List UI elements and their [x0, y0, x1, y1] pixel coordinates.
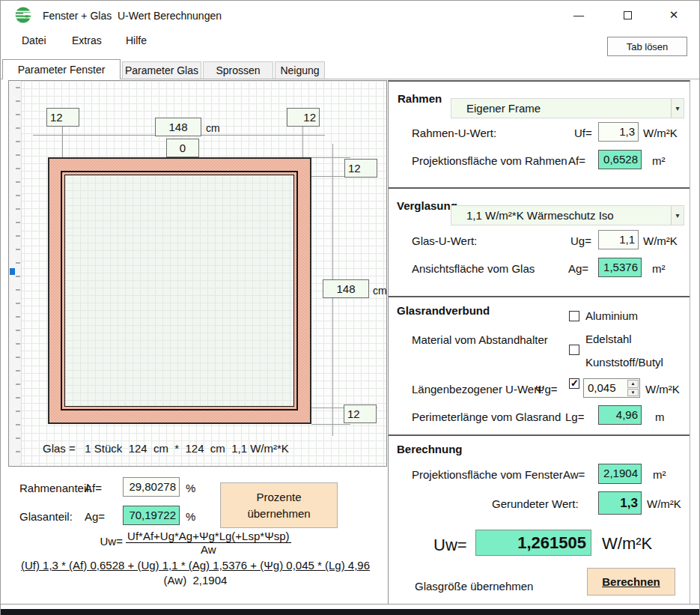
chevron-down-icon[interactable]: ▾: [671, 206, 684, 225]
glazing-preset-value: 1,1 W/m²*K Wärmeschutz Iso: [466, 209, 614, 222]
glass-area-value: 1,5376: [598, 258, 642, 277]
glass-share-label: Glasanteil:: [19, 510, 73, 523]
apply-percent-label-1: Prozente: [256, 491, 301, 503]
section-rahmen-title: Rahmen: [398, 92, 442, 105]
glass-u-label: Glas-U-Wert:: [412, 234, 477, 247]
tab-label: Parameter Glas: [125, 64, 198, 76]
section-berechnung-title: Berechnung: [397, 443, 463, 455]
app-window: Fenster + Glas U-Wert Berechnungen — ✕ D…: [0, 0, 700, 615]
screen-edge: [1, 609, 700, 615]
tab-sprossen[interactable]: Sprossen: [203, 61, 273, 79]
apply-percent-button[interactable]: Prozente übernehmen: [220, 482, 338, 528]
perimeter-label: Perimeterlänge vom Glasrand: [412, 410, 561, 423]
frame-area-unit: m²: [652, 154, 666, 167]
window-width-input[interactable]: 148: [155, 118, 201, 136]
parameters-panel: Rahmen Eigener Frame ▾ Rahmen-U-Wert: Uf…: [388, 80, 690, 605]
window-height-input[interactable]: 148: [323, 279, 369, 298]
frame-top-width-input[interactable]: 12: [344, 159, 377, 178]
perimeter-value: 4,96: [598, 405, 642, 425]
glass-u-unit: W/m²K: [643, 234, 678, 247]
tab-parameter-fenster[interactable]: Parameter Fenster: [2, 59, 121, 79]
psi-label: Längenbezogener U-Wert:: [412, 383, 544, 396]
frame-area-symbol: Af=: [568, 154, 585, 167]
frame-u-symbol: Uf=: [574, 127, 592, 139]
formula-substituted-numerator: (Uf) 1,3 * (Af) 0,6528 + (Ug) 1,1 * (Ag)…: [21, 559, 370, 572]
close-icon: ✕: [669, 8, 679, 22]
menu-hilfe[interactable]: Hilfe: [126, 34, 147, 46]
uw-value: 1,261505: [475, 530, 591, 556]
minimize-button[interactable]: —: [566, 5, 591, 25]
glass-area-label: Ansichtsfläche vom Glas: [412, 262, 535, 275]
menu-extras[interactable]: Extras: [72, 34, 102, 46]
frame-right-width-input[interactable]: 12: [287, 108, 320, 127]
menu-datei[interactable]: Datei: [22, 34, 46, 46]
glass-share-unit: %: [186, 510, 195, 523]
frame-area-value: 0,6528: [598, 150, 642, 169]
glass-drawing: [64, 175, 294, 407]
chevron-down-icon[interactable]: ▾: [671, 99, 684, 118]
tab-detach-label: Tab lösen: [627, 41, 669, 52]
tab-label: Neigung: [280, 64, 319, 76]
app-logo-icon: [14, 6, 32, 24]
ruler-marker-handle[interactable]: [10, 268, 15, 275]
height-unit-label: cm: [373, 285, 387, 297]
spacer-edelstahl-checkbox[interactable]: [569, 345, 579, 355]
glazing-preset-combobox[interactable]: 1,1 W/m²*K Wärmeschutz Iso ▾: [451, 205, 684, 225]
window-area-label: Projektionsfläche vom Fenster: [412, 468, 563, 481]
frame-share-label: Rahmenanteil:: [19, 482, 92, 494]
tab-parameter-glas[interactable]: Parameter Glas: [122, 61, 201, 79]
uw-unit: W/m²K: [602, 534, 652, 554]
frame-bottom-width-input[interactable]: 12: [344, 405, 377, 423]
spacer-material-label: Material vom Abstandhalter: [412, 333, 548, 346]
formula-substituted-denominator: (Aw) 2,1904: [164, 574, 228, 587]
frame-u-unit: W/m²K: [643, 127, 678, 139]
width-unit-label: cm: [206, 122, 220, 134]
window-area-unit: m²: [653, 468, 666, 481]
glass-info-text: Glas = 1 Stück 124 cm * 124 cm 1,1 W/m²*…: [43, 442, 289, 455]
calculate-button[interactable]: Berechnen: [587, 568, 675, 596]
maximize-icon: [624, 11, 632, 19]
uw-symbol: Uw=: [433, 536, 467, 555]
rounded-label: Gerundeter Wert:: [492, 497, 579, 510]
frame-left-width-input[interactable]: 12: [46, 108, 79, 127]
offset-input[interactable]: 0: [166, 139, 199, 157]
psi-value: 0,045: [588, 381, 616, 394]
apply-glass-size-label: Glasgröße übernehmen: [415, 580, 533, 593]
frame-u-input[interactable]: 1,3: [598, 122, 639, 142]
stepper-up-icon[interactable]: ▲: [627, 380, 639, 388]
spacer-edelstahl-label: Edelstahl: [585, 333, 632, 345]
formula-uw-symbol: Uw=: [100, 535, 122, 548]
section-divider: [389, 434, 690, 436]
section-glasrand-title: Glasrandverbund: [397, 304, 490, 317]
section-verglasung-title: Verglasung: [397, 199, 457, 212]
tab-label: Sprossen: [216, 64, 260, 76]
rounded-unit: W/m²K: [647, 497, 681, 510]
frame-area-label: Projektionsfläche vom Rahmen: [412, 154, 567, 167]
frame-preset-combobox[interactable]: Eigener Frame ▾: [451, 98, 684, 118]
frame-share-unit: %: [186, 482, 195, 494]
psi-symbol: Ψg=: [535, 383, 558, 396]
dim-line: [62, 127, 63, 157]
spacer-kunststoff-label: Kunststoff/Butyl: [585, 356, 663, 369]
calculate-button-label: Berechnen: [602, 575, 660, 588]
glass-u-input[interactable]: 1,1: [598, 230, 639, 249]
dim-line: [311, 424, 350, 425]
minimize-icon: —: [573, 9, 584, 21]
spacer-kunststoff-checkbox[interactable]: [569, 378, 579, 389]
glass-area-symbol: Ag=: [568, 262, 588, 275]
maximize-button[interactable]: [615, 5, 640, 25]
ruler-ticks: [16, 87, 20, 460]
window-area-symbol: Aw=: [563, 468, 585, 481]
tab-neigung[interactable]: Neigung: [275, 61, 325, 79]
spacer-aluminium-checkbox[interactable]: [569, 311, 579, 321]
frame-preset-value: Eigener Frame: [466, 102, 541, 115]
psi-stepper[interactable]: 0,045 ▲ ▼: [583, 378, 640, 398]
uw-formula: Uw= Uf*Af+Ug*Ag+Ψg*Lg(+Lsp*Ψsp) Aw (Uf) …: [8, 530, 383, 587]
formula-denominator: Aw: [201, 543, 216, 556]
stepper-down-icon[interactable]: ▼: [627, 389, 639, 397]
frame-share-input[interactable]: 29,80278: [123, 477, 180, 497]
window-bottom-border: [1, 604, 700, 605]
tab-detach-button[interactable]: Tab lösen: [607, 37, 687, 56]
close-button[interactable]: ✕: [661, 5, 687, 25]
rounded-value: 1,3: [598, 491, 642, 515]
